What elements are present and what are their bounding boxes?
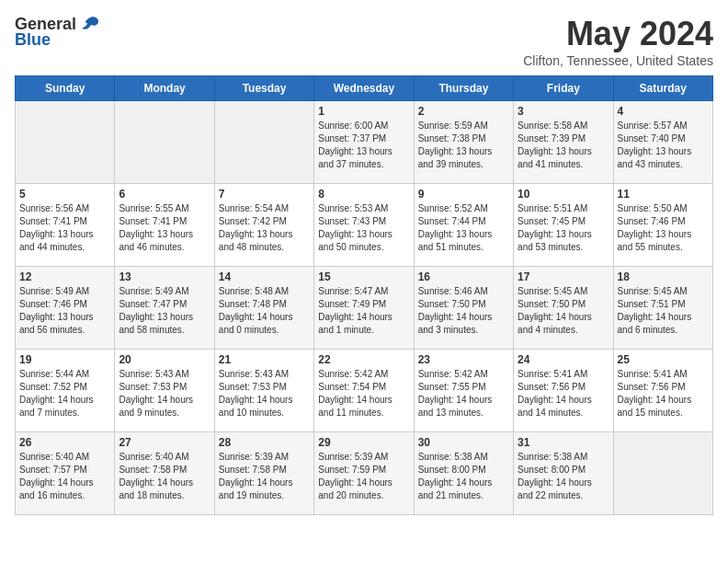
calendar-cell: 13Sunrise: 5:49 AM Sunset: 7:47 PM Dayli…: [115, 267, 214, 350]
day-info: Sunrise: 5:48 AM Sunset: 7:48 PM Dayligh…: [219, 285, 310, 337]
day-number: 3: [518, 105, 609, 118]
day-info: Sunrise: 5:40 AM Sunset: 7:57 PM Dayligh…: [19, 451, 110, 502]
day-info: Sunrise: 6:00 AM Sunset: 7:37 PM Dayligh…: [318, 120, 409, 171]
calendar-cell: 23Sunrise: 5:42 AM Sunset: 7:55 PM Dayli…: [414, 350, 513, 432]
calendar-cell: [115, 101, 214, 184]
day-number: 19: [19, 353, 110, 366]
calendar-cell: 25Sunrise: 5:41 AM Sunset: 7:56 PM Dayli…: [613, 350, 712, 432]
calendar-cell: [214, 101, 313, 184]
day-number: 16: [418, 270, 509, 283]
day-number: 24: [518, 353, 609, 366]
calendar-cell: 6Sunrise: 5:55 AM Sunset: 7:41 PM Daylig…: [115, 184, 214, 267]
day-info: Sunrise: 5:56 AM Sunset: 7:41 PM Dayligh…: [19, 202, 110, 254]
day-number: 11: [618, 188, 709, 201]
calendar-cell: 26Sunrise: 5:40 AM Sunset: 7:57 PM Dayli…: [16, 432, 115, 515]
week-row-4: 19Sunrise: 5:44 AM Sunset: 7:52 PM Dayli…: [16, 350, 713, 432]
day-number: 29: [318, 436, 409, 449]
day-number: 14: [219, 270, 310, 283]
calendar-cell: 2Sunrise: 5:59 AM Sunset: 7:38 PM Daylig…: [414, 101, 513, 184]
day-number: 9: [418, 188, 509, 201]
day-number: 26: [19, 436, 110, 449]
day-number: 21: [219, 353, 310, 366]
calendar-cell: [613, 432, 712, 515]
day-info: Sunrise: 5:57 AM Sunset: 7:40 PM Dayligh…: [618, 120, 709, 171]
day-number: 2: [418, 105, 509, 118]
calendar-cell: 11Sunrise: 5:50 AM Sunset: 7:46 PM Dayli…: [613, 184, 712, 267]
day-number: 20: [119, 353, 210, 366]
header-day-monday: Monday: [115, 76, 214, 101]
calendar-cell: 9Sunrise: 5:52 AM Sunset: 7:44 PM Daylig…: [414, 184, 513, 267]
calendar-cell: 27Sunrise: 5:40 AM Sunset: 7:58 PM Dayli…: [115, 432, 214, 515]
day-info: Sunrise: 5:58 AM Sunset: 7:39 PM Dayligh…: [518, 120, 609, 171]
header-day-saturday: Saturday: [613, 76, 712, 101]
day-number: 31: [518, 436, 609, 449]
day-number: 13: [119, 270, 210, 283]
month-title: May 2024: [523, 15, 713, 53]
day-info: Sunrise: 5:43 AM Sunset: 7:53 PM Dayligh…: [219, 368, 310, 419]
header-day-wednesday: Wednesday: [314, 76, 414, 101]
location-text: Clifton, Tennessee, United States: [523, 53, 713, 68]
day-number: 17: [518, 270, 609, 283]
header-day-thursday: Thursday: [414, 76, 513, 101]
calendar-cell: 15Sunrise: 5:47 AM Sunset: 7:49 PM Dayli…: [314, 267, 414, 350]
calendar-cell: 5Sunrise: 5:56 AM Sunset: 7:41 PM Daylig…: [16, 184, 115, 267]
calendar-table: SundayMondayTuesdayWednesdayThursdayFrid…: [15, 75, 713, 515]
calendar-cell: 31Sunrise: 5:38 AM Sunset: 8:00 PM Dayli…: [514, 432, 613, 515]
day-info: Sunrise: 5:50 AM Sunset: 7:46 PM Dayligh…: [618, 202, 709, 254]
header-day-sunday: Sunday: [16, 76, 115, 101]
day-info: Sunrise: 5:41 AM Sunset: 7:56 PM Dayligh…: [618, 368, 709, 419]
day-info: Sunrise: 5:40 AM Sunset: 7:58 PM Dayligh…: [119, 451, 210, 502]
calendar-cell: 18Sunrise: 5:45 AM Sunset: 7:51 PM Dayli…: [613, 267, 712, 350]
calendar-cell: 17Sunrise: 5:45 AM Sunset: 7:50 PM Dayli…: [514, 267, 613, 350]
header-row: SundayMondayTuesdayWednesdayThursdayFrid…: [16, 76, 713, 101]
day-info: Sunrise: 5:38 AM Sunset: 8:00 PM Dayligh…: [418, 451, 509, 502]
calendar-cell: 16Sunrise: 5:46 AM Sunset: 7:50 PM Dayli…: [414, 267, 513, 350]
day-number: 5: [19, 188, 110, 201]
day-number: 15: [318, 270, 409, 283]
day-number: 10: [518, 188, 609, 201]
header-day-friday: Friday: [514, 76, 613, 101]
day-number: 23: [418, 353, 509, 366]
logo-bird-icon: [80, 16, 100, 34]
calendar-cell: 14Sunrise: 5:48 AM Sunset: 7:48 PM Dayli…: [214, 267, 313, 350]
calendar-cell: 3Sunrise: 5:58 AM Sunset: 7:39 PM Daylig…: [514, 101, 613, 184]
day-info: Sunrise: 5:53 AM Sunset: 7:43 PM Dayligh…: [318, 202, 409, 254]
day-number: 18: [618, 270, 709, 283]
title-area: May 2024 Clifton, Tennessee, United Stat…: [523, 15, 713, 68]
day-number: 22: [318, 353, 409, 366]
day-number: 4: [618, 105, 709, 118]
calendar-cell: 30Sunrise: 5:38 AM Sunset: 8:00 PM Dayli…: [414, 432, 513, 515]
calendar-cell: 7Sunrise: 5:54 AM Sunset: 7:42 PM Daylig…: [214, 184, 313, 267]
calendar-cell: 29Sunrise: 5:39 AM Sunset: 7:59 PM Dayli…: [314, 432, 414, 515]
day-info: Sunrise: 5:39 AM Sunset: 7:58 PM Dayligh…: [219, 451, 310, 502]
day-info: Sunrise: 5:51 AM Sunset: 7:45 PM Dayligh…: [518, 202, 609, 254]
day-info: Sunrise: 5:45 AM Sunset: 7:51 PM Dayligh…: [618, 285, 709, 337]
week-row-2: 5Sunrise: 5:56 AM Sunset: 7:41 PM Daylig…: [16, 184, 713, 267]
page-header: General Blue May 2024 Clifton, Tennessee…: [15, 15, 713, 68]
calendar-cell: 24Sunrise: 5:41 AM Sunset: 7:56 PM Dayli…: [514, 350, 613, 432]
logo-blue-text: Blue: [15, 30, 51, 50]
day-number: 7: [219, 188, 310, 201]
day-number: 25: [618, 353, 709, 366]
calendar-cell: 10Sunrise: 5:51 AM Sunset: 7:45 PM Dayli…: [514, 184, 613, 267]
day-info: Sunrise: 5:47 AM Sunset: 7:49 PM Dayligh…: [318, 285, 409, 337]
day-info: Sunrise: 5:45 AM Sunset: 7:50 PM Dayligh…: [518, 285, 609, 337]
day-number: 27: [119, 436, 210, 449]
calendar-cell: 1Sunrise: 6:00 AM Sunset: 7:37 PM Daylig…: [314, 101, 414, 184]
day-info: Sunrise: 5:42 AM Sunset: 7:54 PM Dayligh…: [318, 368, 409, 419]
day-info: Sunrise: 5:59 AM Sunset: 7:38 PM Dayligh…: [418, 120, 509, 171]
header-day-tuesday: Tuesday: [214, 76, 313, 101]
calendar-cell: 4Sunrise: 5:57 AM Sunset: 7:40 PM Daylig…: [613, 101, 712, 184]
day-info: Sunrise: 5:44 AM Sunset: 7:52 PM Dayligh…: [19, 368, 110, 419]
week-row-5: 26Sunrise: 5:40 AM Sunset: 7:57 PM Dayli…: [16, 432, 713, 515]
day-info: Sunrise: 5:39 AM Sunset: 7:59 PM Dayligh…: [318, 451, 409, 502]
day-info: Sunrise: 5:38 AM Sunset: 8:00 PM Dayligh…: [518, 451, 609, 502]
day-info: Sunrise: 5:49 AM Sunset: 7:46 PM Dayligh…: [19, 285, 110, 337]
day-number: 28: [219, 436, 310, 449]
calendar-cell: 8Sunrise: 5:53 AM Sunset: 7:43 PM Daylig…: [314, 184, 414, 267]
day-number: 1: [318, 105, 409, 118]
logo: General Blue: [15, 15, 100, 50]
day-info: Sunrise: 5:41 AM Sunset: 7:56 PM Dayligh…: [518, 368, 609, 419]
day-number: 30: [418, 436, 509, 449]
day-info: Sunrise: 5:52 AM Sunset: 7:44 PM Dayligh…: [418, 202, 509, 254]
